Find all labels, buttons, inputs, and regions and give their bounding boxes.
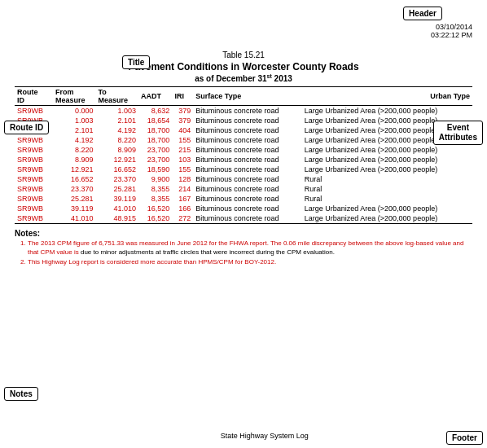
table-cell: 4.192	[95, 125, 138, 135]
notes-list: The 2013 CPM figure of 6,751.33 was meas…	[28, 239, 472, 266]
data-table: RouteID FromMeasure ToMeasure AADT IRI S…	[15, 86, 472, 224]
table-row: SR9WB2.1014.19218,700404Bituminous concr…	[15, 125, 472, 135]
table-cell: SR9WB	[15, 194, 53, 204]
eventattr-bubble: EventAttributes	[433, 121, 483, 145]
table-cell: Bituminous concrete road	[193, 145, 301, 155]
table-row: SR9WB8.90912.92123,700103Bituminous conc…	[15, 155, 472, 165]
table-cell: 0.000	[53, 106, 96, 116]
table-cell: Rural	[302, 174, 472, 184]
table-row: SR9WB8.2208.90923,700215Bituminous concr…	[15, 145, 472, 155]
col-to-measure: ToMeasure	[95, 87, 138, 106]
table-cell: 214	[172, 184, 193, 194]
table-cell: SR9WB	[15, 204, 53, 213]
table-cell: Large Urbanized Area (>200,000 people)	[302, 165, 472, 174]
table-cell: 39.119	[95, 194, 138, 204]
table-cell: SR9WB	[15, 135, 53, 145]
table-cell: 8.909	[95, 145, 138, 155]
table-cell: 23.370	[95, 174, 138, 184]
table-cell: Bituminous concrete road	[193, 155, 301, 165]
table-cell: 404	[172, 125, 193, 135]
col-from-measure: FromMeasure	[53, 87, 96, 106]
table-cell: 23,700	[138, 155, 172, 165]
main-title: Pavement Conditions in Worcester County …	[15, 61, 472, 72]
header-time: 03:22:12 PM	[431, 31, 472, 39]
table-row: SR9WB12.92116.65218,590155Bituminous con…	[15, 165, 472, 174]
table-cell: 16.652	[53, 174, 96, 184]
table-number: Table 15.21	[15, 51, 472, 59]
col-urban-type: Urban Type	[302, 87, 472, 106]
page-container: Header 03/10/2014 03:22:12 PM Title Tabl…	[0, 0, 487, 448]
table-cell: 16.652	[95, 165, 138, 174]
routeid-label: Route ID	[10, 123, 43, 132]
col-iri: IRI	[172, 87, 193, 106]
table-cell: Bituminous concrete road	[193, 213, 301, 224]
table-cell: 18,590	[138, 165, 172, 174]
table-cell: Large Urbanized Area (>200,000 people)	[302, 204, 472, 213]
table-body: SR9WB0.0001.0038,632379Bituminous concre…	[15, 106, 472, 224]
table-cell: Bituminous concrete road	[193, 184, 301, 194]
table-row: SR9WB39.11941.01016,520166Bituminous con…	[15, 204, 472, 213]
table-cell: 155	[172, 135, 193, 145]
table-cell: Bituminous concrete road	[193, 204, 301, 213]
footer-center-text: State Highway System Log	[80, 432, 449, 440]
table-cell: Rural	[302, 194, 472, 204]
table-cell: 2.101	[53, 125, 96, 135]
table-cell: 8.220	[53, 145, 96, 155]
table-cell: Large Urbanized Area (>200,000 people)	[302, 145, 472, 155]
table-cell: 215	[172, 145, 193, 155]
header-bubble: Header	[403, 7, 442, 20]
title-label: Title	[128, 58, 144, 67]
table-cell: 8,355	[138, 184, 172, 194]
table-cell: 25.281	[95, 184, 138, 194]
table-cell: 1.003	[95, 106, 138, 116]
table-cell: 1.003	[53, 116, 96, 125]
table-cell: 379	[172, 106, 193, 116]
table-cell: 48.915	[95, 213, 138, 224]
table-cell: 41.010	[95, 204, 138, 213]
col-route-id: RouteID	[15, 87, 53, 106]
table-cell: 12.921	[53, 165, 96, 174]
table-cell: 18,654	[138, 116, 172, 125]
header-label: Header	[409, 9, 437, 18]
table-cell: 16,520	[138, 213, 172, 224]
note-item: This Highway Log report is considered mo…	[28, 258, 472, 266]
table-cell: 8.909	[53, 155, 96, 165]
title-bubble: Title	[122, 55, 150, 69]
table-cell: Bituminous concrete road	[193, 135, 301, 145]
table-header-row: RouteID FromMeasure ToMeasure AADT IRI S…	[15, 87, 472, 106]
table-row: SR9WB41.01048.91516,520272Bituminous con…	[15, 213, 472, 224]
table-cell: 18,700	[138, 135, 172, 145]
table-cell: Bituminous concrete road	[193, 194, 301, 204]
table-cell: SR9WB	[15, 106, 53, 116]
table-row: SR9WB1.0032.10118,654379Bituminous concr…	[15, 116, 472, 125]
title-area: Table 15.21 Pavement Conditions in Worce…	[15, 51, 472, 83]
table-cell: 12.921	[95, 155, 138, 165]
table-cell: 4.192	[53, 135, 96, 145]
table-cell: Large Urbanized Area (>200,000 people)	[302, 106, 472, 116]
table-cell: SR9WB	[15, 165, 53, 174]
table-cell: SR9WB	[15, 184, 53, 194]
table-cell: 167	[172, 194, 193, 204]
table-cell: 25.281	[53, 194, 96, 204]
table-cell: 23.370	[53, 184, 96, 194]
table-cell: 2.101	[95, 116, 138, 125]
col-aadt: AADT	[138, 87, 172, 106]
table-cell: SR9WB	[15, 174, 53, 184]
table-cell: 103	[172, 155, 193, 165]
table-row: SR9WB16.65223.3709,900128Bituminous conc…	[15, 174, 472, 184]
table-cell: 272	[172, 213, 193, 224]
col-surface-type: Surface Type	[193, 87, 301, 106]
note-item: The 2013 CPM figure of 6,751.33 was meas…	[28, 239, 472, 257]
table-cell: 16,520	[138, 204, 172, 213]
table-cell: SR9WB	[15, 155, 53, 165]
header-date: 03/10/2014	[431, 23, 472, 31]
table-cell: SR9WB	[15, 213, 53, 224]
table-cell: 128	[172, 174, 193, 184]
table-cell: Large Urbanized Area (>200,000 people)	[302, 155, 472, 165]
table-cell: Bituminous concrete road	[193, 174, 301, 184]
table-cell: 18,700	[138, 125, 172, 135]
subtitle: as of December 31st 2013	[15, 73, 472, 83]
table-cell: Bituminous concrete road	[193, 106, 301, 116]
table-cell: 39.119	[53, 204, 96, 213]
table-cell: 41.010	[53, 213, 96, 224]
